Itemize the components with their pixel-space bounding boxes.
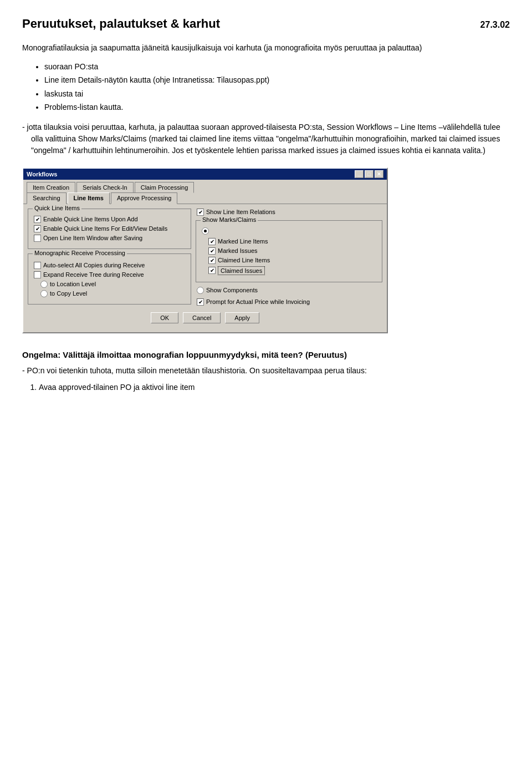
prompt-actual-price-label: Prompt for Actual Price while Invoicing bbox=[206, 298, 310, 305]
tabs-row1: Item Creation Serials Check-In Claim Pro… bbox=[23, 180, 387, 192]
show-line-item-relations-checkbox[interactable]: ✔ bbox=[197, 209, 204, 216]
checkbox-marked-issues-label: Marked Issues bbox=[218, 247, 258, 254]
show-components-label: Show Components bbox=[206, 287, 258, 293]
page-title: Peruutukset, palautukset & karhut bbox=[22, 17, 220, 31]
bullet-item-1: suoraan PO:sta bbox=[44, 60, 510, 73]
dialog-main-row: Quick Line Items ✔ Enable Quick Line Ite… bbox=[28, 209, 382, 309]
titlebar-buttons: _ □ ✕ bbox=[355, 170, 383, 178]
page-header: Peruutukset, palautukset & karhut 27.3.0… bbox=[22, 17, 510, 31]
show-line-item-relations-row[interactable]: ✔ Show Line Item Relations bbox=[196, 209, 382, 216]
checkbox-claimed-line-items-label: Claimed Line Items bbox=[218, 257, 270, 263]
checkbox-enable-quick-add-label: Enable Quick Line Items Upon Add bbox=[43, 216, 138, 222]
apply-button[interactable]: Apply bbox=[225, 312, 259, 323]
bullet-item-4: Problems-listan kautta. bbox=[44, 101, 510, 113]
left-column: Quick Line Items ✔ Enable Quick Line Ite… bbox=[28, 209, 191, 309]
checkbox-open-window[interactable]: Open Line Item Window after Saving bbox=[33, 235, 186, 242]
tabs-row2: Searching Line Items Approve Processing bbox=[23, 192, 387, 204]
checkbox-marked-line-items-box[interactable]: ✔ bbox=[208, 238, 216, 245]
numbered-item-1: Avaa approved-tilainen PO ja aktivoi lin… bbox=[39, 381, 510, 393]
intro-bullet-list: suoraan PO:sta Line item Details-näytön … bbox=[44, 60, 510, 114]
checkbox-enable-quick-add-box[interactable]: ✔ bbox=[34, 216, 41, 223]
monographic-receive-group: Monographic Receive Processing Auto-sele… bbox=[28, 253, 191, 305]
quick-line-items-title: Quick Line Items bbox=[33, 205, 81, 211]
dialog-title: Workflows bbox=[27, 171, 57, 177]
dialog-content: Quick Line Items ✔ Enable Quick Line Ite… bbox=[23, 204, 387, 332]
checkbox-auto-select-label: Auto-select All Copies during Receive bbox=[43, 262, 145, 268]
description-dash-item: - jotta tilauksia voisi peruuttaa, karhu… bbox=[22, 121, 510, 156]
checkbox-enable-quick-edit-box[interactable]: ✔ bbox=[34, 225, 41, 232]
checkbox-expand-receive-box[interactable] bbox=[34, 271, 41, 278]
show-components-radio-btn[interactable] bbox=[197, 287, 204, 294]
radio-location-level-btn[interactable] bbox=[40, 281, 48, 288]
checkbox-claimed-line-items[interactable]: ✔ Claimed Line Items bbox=[201, 257, 377, 264]
checkbox-auto-select[interactable]: Auto-select All Copies during Receive bbox=[33, 262, 186, 269]
close-button[interactable]: ✕ bbox=[375, 170, 383, 178]
checkbox-claimed-issues-label: Claimed Issues bbox=[218, 266, 265, 275]
section2-dash-item: - PO:n voi tietenkin tuhota, mutta sillo… bbox=[22, 365, 510, 377]
show-marks-radio-btn[interactable] bbox=[202, 227, 209, 235]
tab-item-creation[interactable]: Item Creation bbox=[27, 182, 75, 193]
numbered-list: Avaa approved-tilainen PO ja aktivoi lin… bbox=[39, 381, 510, 393]
dialog-buttons: OK Cancel Apply bbox=[28, 309, 382, 328]
checkbox-enable-quick-add[interactable]: ✔ Enable Quick Line Items Upon Add bbox=[33, 216, 186, 223]
checkbox-marked-issues-box[interactable]: ✔ bbox=[208, 247, 216, 255]
checkbox-enable-quick-edit[interactable]: ✔ Enable Quick Line Items For Edit/View … bbox=[33, 225, 186, 232]
checkbox-expand-receive[interactable]: Expand Receive Tree during Receive bbox=[33, 271, 186, 278]
radio-location-level[interactable]: to Location Level bbox=[33, 281, 186, 288]
bullet-item-2: Line item Details-näytön kautta (ohje In… bbox=[44, 74, 510, 86]
page-number: 27.3.02 bbox=[480, 20, 510, 30]
dialog-container: Workflows _ □ ✕ Item Creation Serials Ch… bbox=[22, 168, 510, 333]
workflows-dialog: Workflows _ □ ✕ Item Creation Serials Ch… bbox=[22, 168, 388, 333]
show-marks-claims-group: Show Marks/Claims ✔ bbox=[196, 220, 382, 282]
section2-heading: Ongelma: Välittäjä ilmoittaa monografian… bbox=[22, 350, 510, 359]
cancel-button[interactable]: Cancel bbox=[183, 312, 221, 323]
description-block: - jotta tilauksia voisi peruuttaa, karhu… bbox=[22, 121, 510, 156]
checkbox-claimed-issues-box[interactable]: ✔ bbox=[208, 267, 216, 274]
checkbox-marked-line-items[interactable]: ✔ Marked Line Items bbox=[201, 238, 377, 245]
radio-copy-level[interactable]: to Copy Level bbox=[33, 290, 186, 297]
dialog-titlebar: Workflows _ □ ✕ bbox=[23, 169, 387, 180]
show-marks-radio-row[interactable] bbox=[201, 227, 377, 235]
checkbox-open-window-box[interactable] bbox=[34, 235, 41, 242]
radio-copy-level-label: to Copy Level bbox=[50, 290, 87, 297]
checkbox-expand-receive-label: Expand Receive Tree during Receive bbox=[43, 271, 144, 278]
show-components-row[interactable]: Show Components bbox=[196, 287, 382, 294]
intro-paragraph: Monografiatilauksia ja saapumatta jäänei… bbox=[22, 42, 510, 54]
prompt-actual-price-row[interactable]: ✔ Prompt for Actual Price while Invoicin… bbox=[196, 298, 382, 306]
maximize-button[interactable]: □ bbox=[365, 170, 374, 178]
checkbox-marked-line-items-label: Marked Line Items bbox=[218, 238, 268, 245]
prompt-actual-price-checkbox[interactable]: ✔ bbox=[197, 298, 204, 306]
tab-claim-processing[interactable]: Claim Processing bbox=[135, 182, 195, 193]
monographic-receive-title: Monographic Receive Processing bbox=[33, 250, 127, 256]
tab-line-items[interactable]: Line Items bbox=[68, 192, 110, 204]
radio-location-level-label: to Location Level bbox=[50, 281, 96, 287]
show-marks-claims-title: Show Marks/Claims bbox=[201, 216, 258, 223]
ok-button[interactable]: OK bbox=[151, 312, 178, 323]
quick-line-items-group: Quick Line Items ✔ Enable Quick Line Ite… bbox=[28, 209, 191, 249]
checkbox-auto-select-box[interactable] bbox=[34, 262, 41, 269]
bullet-item-3: laskusta tai bbox=[44, 88, 510, 100]
checkbox-open-window-label: Open Line Item Window after Saving bbox=[43, 235, 142, 241]
minimize-button[interactable]: _ bbox=[355, 170, 364, 178]
tab-serials-checkin[interactable]: Serials Check-In bbox=[76, 182, 134, 193]
radio-copy-level-btn[interactable] bbox=[40, 290, 48, 297]
tab-searching[interactable]: Searching bbox=[27, 192, 66, 204]
checkbox-claimed-line-items-box[interactable]: ✔ bbox=[208, 257, 216, 264]
checkbox-claimed-issues[interactable]: ✔ Claimed Issues bbox=[201, 266, 377, 275]
checkbox-enable-quick-edit-label: Enable Quick Line Items For Edit/View De… bbox=[43, 225, 167, 232]
checkbox-marked-issues[interactable]: ✔ Marked Issues bbox=[201, 247, 377, 255]
show-line-item-relations-label: Show Line Item Relations bbox=[206, 209, 275, 215]
right-column: ✔ Show Line Item Relations Show Marks/Cl… bbox=[196, 209, 382, 309]
tab-approve-processing[interactable]: Approve Processing bbox=[111, 192, 177, 204]
